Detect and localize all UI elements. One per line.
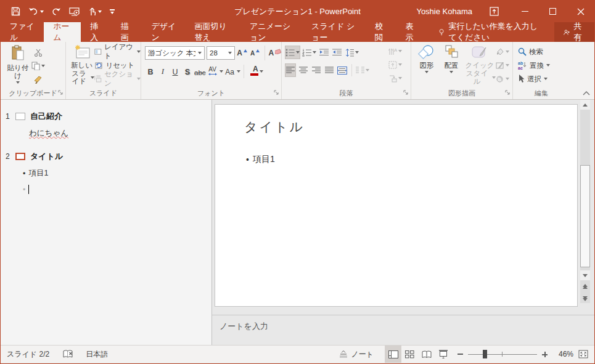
notes-placeholder[interactable]: ノートを入力: [220, 321, 594, 332]
touch-mode-dropdown-arrow[interactable]: [98, 10, 102, 13]
previous-slide-button[interactable]: [580, 281, 590, 291]
tab-transitions[interactable]: 画面切り替え: [186, 22, 240, 42]
undo-dropdown-arrow[interactable]: [40, 10, 44, 13]
select-button[interactable]: 選択: [518, 72, 570, 86]
select-dropdown-arrow[interactable]: [544, 78, 548, 80]
tab-view[interactable]: 表示: [396, 22, 427, 42]
distribute-text-button[interactable]: [337, 63, 348, 77]
slide-body-line[interactable]: • 項目1: [246, 154, 275, 165]
scroll-up-button[interactable]: [580, 100, 590, 110]
zoom-slider[interactable]: [468, 349, 537, 359]
view-normal-button[interactable]: [385, 346, 401, 363]
shape-effects-dropdown-arrow[interactable]: [506, 78, 509, 80]
shape-fill-dropdown-arrow[interactable]: [506, 51, 509, 53]
section-dropdown-arrow[interactable]: [137, 78, 141, 80]
font-size-combobox[interactable]: 28: [207, 46, 235, 60]
align-right-button[interactable]: [311, 63, 322, 77]
line-spacing-button[interactable]: [344, 46, 359, 59]
outline-slide2-icon[interactable]: [15, 153, 25, 160]
tab-review[interactable]: 校閲: [366, 22, 396, 42]
find-button[interactable]: 検索: [518, 45, 570, 59]
strikethrough-button[interactable]: abc: [194, 65, 206, 78]
shape-outline-button[interactable]: [496, 59, 509, 72]
ribbon-display-options-button[interactable]: [490, 7, 499, 16]
zoom-out-button[interactable]: [458, 354, 463, 355]
tab-animations[interactable]: アニメーション: [240, 22, 302, 42]
outline-slide1-title[interactable]: 自己紹介: [30, 111, 62, 122]
slide-body-text[interactable]: 項目1: [253, 154, 275, 165]
start-from-beginning-button[interactable]: [69, 7, 80, 16]
slide-canvas[interactable]: タイトル • 項目1: [215, 104, 578, 307]
undo-button[interactable]: [28, 7, 44, 15]
zoom-level[interactable]: 46%: [551, 350, 573, 358]
change-case-dropdown-arrow[interactable]: [237, 70, 240, 73]
numbering-dropdown-arrow[interactable]: [313, 51, 316, 54]
section-button[interactable]: セクション: [94, 72, 141, 86]
notes-pane[interactable]: ノートを入力: [212, 315, 594, 345]
view-slideshow-button[interactable]: [435, 346, 451, 363]
close-button[interactable]: [567, 1, 594, 22]
shape-effects-button[interactable]: [496, 72, 509, 86]
view-reading-button[interactable]: [418, 346, 435, 363]
collapse-ribbon-button[interactable]: [583, 89, 590, 97]
convert-smartart-dropdown-arrow[interactable]: [398, 77, 402, 79]
format-painter-button[interactable]: [31, 73, 45, 86]
share-button[interactable]: 共有: [554, 22, 594, 42]
outline-slide2-body-text[interactable]: 項目1: [28, 168, 48, 179]
font-dialog-launcher[interactable]: [273, 89, 279, 97]
scroll-down-button[interactable]: [580, 270, 590, 280]
paste-dropdown-arrow[interactable]: [16, 81, 20, 84]
shapes-dropdown-arrow[interactable]: [425, 71, 429, 73]
align-left-button[interactable]: [285, 63, 296, 77]
layout-dropdown-arrow[interactable]: [137, 51, 141, 53]
clear-formatting-button[interactable]: A: [269, 46, 281, 60]
shrink-font-button[interactable]: A: [250, 46, 261, 60]
tab-home[interactable]: ホーム: [44, 22, 81, 42]
grow-font-button[interactable]: A: [237, 46, 248, 60]
tab-insert[interactable]: 挿入: [81, 22, 112, 42]
columns-button[interactable]: [356, 63, 369, 77]
maximize-button[interactable]: [539, 1, 567, 22]
spell-check-button[interactable]: [63, 350, 73, 358]
tab-slideshow[interactable]: スライド ショー: [302, 22, 366, 42]
font-color-button[interactable]: A: [247, 65, 258, 78]
arrange-dropdown-arrow[interactable]: [449, 71, 453, 73]
shape-fill-button[interactable]: [496, 45, 509, 59]
minimize-button[interactable]: [511, 1, 539, 22]
notes-toggle-button[interactable]: ノート: [339, 349, 374, 360]
outline-slide2-header[interactable]: 2 タイトル: [6, 151, 211, 162]
next-slide-button[interactable]: [580, 294, 590, 303]
font-name-combobox[interactable]: 游ゴシック 本文: [145, 46, 205, 60]
text-shadow-button[interactable]: S: [182, 65, 193, 78]
replace-dropdown-arrow[interactable]: [546, 64, 550, 67]
signed-in-user[interactable]: Yoshie Kohama: [416, 7, 472, 16]
scrollbar-thumb[interactable]: [580, 165, 590, 267]
save-button[interactable]: [11, 7, 20, 16]
shape-outline-dropdown-arrow[interactable]: [506, 64, 509, 67]
increase-indent-button[interactable]: [331, 46, 342, 59]
character-spacing-dropdown-arrow[interactable]: [220, 70, 223, 73]
bold-button[interactable]: B: [145, 65, 156, 78]
outline-slide1-body-text[interactable]: わにちゃん: [29, 129, 68, 137]
outline-pane[interactable]: 1 自己紹介 わにちゃん 2 タイトル • 項目1 •: [1, 100, 212, 345]
customize-qat-button[interactable]: [110, 9, 115, 14]
bullets-dropdown-arrow[interactable]: [296, 51, 300, 54]
tab-design[interactable]: デザイン: [142, 22, 185, 42]
character-spacing-button[interactable]: AV: [207, 65, 218, 78]
tab-file[interactable]: ファイル: [1, 22, 44, 42]
cut-button[interactable]: [31, 46, 45, 59]
align-center-button[interactable]: [298, 63, 309, 77]
bullets-button[interactable]: [285, 46, 300, 59]
numbering-button[interactable]: [302, 46, 316, 59]
change-case-button[interactable]: Aa: [224, 65, 236, 78]
justify-button[interactable]: [324, 63, 335, 77]
tab-draw[interactable]: 描画: [112, 22, 142, 42]
drawing-dialog-launcher[interactable]: [504, 89, 511, 97]
font-color-dropdown-arrow[interactable]: [260, 70, 263, 73]
copy-button[interactable]: [31, 59, 45, 73]
replace-button[interactable]: abac 置換: [518, 59, 570, 72]
columns-dropdown-arrow[interactable]: [366, 69, 369, 71]
outline-slide1-body-line[interactable]: わにちゃん: [29, 128, 211, 139]
outline-cursor-line[interactable]: •: [23, 185, 211, 194]
convert-smartart-button[interactable]: [388, 71, 402, 85]
